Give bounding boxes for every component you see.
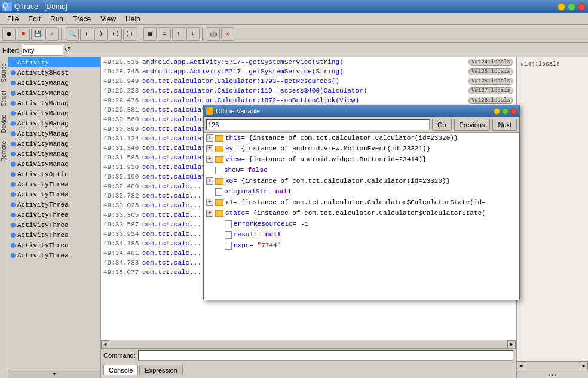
horizontal-scrollbar[interactable]: ◀ ▶ [101, 340, 516, 348]
minimize-button[interactable] [558, 3, 565, 11]
dialog-search-input[interactable] [206, 119, 430, 130]
trace-badge[interactable]: V#126:locals [468, 78, 513, 85]
toolbar-check[interactable]: ✓ [45, 27, 59, 41]
tab-expression[interactable]: Expression [139, 365, 182, 375]
dialog-close[interactable] [510, 108, 517, 115]
right-scroll-track[interactable] [525, 362, 580, 370]
var-expand-icon[interactable]: + [206, 199, 213, 206]
toolbar-export[interactable]: ↑ [172, 27, 185, 41]
trace-row[interactable]: 49:28.949com.tct.calculator.Calculator:1… [101, 76, 516, 86]
right-scroll-right[interactable]: ▶ [580, 362, 588, 370]
var-row[interactable]: originalStr = null [204, 186, 519, 197]
var-row[interactable]: result = null [204, 229, 519, 240]
source-item[interactable]: ActivityManag [8, 98, 100, 108]
var-row[interactable]: +ev = {instance of android.view.MotionEv… [204, 143, 519, 154]
next-button[interactable]: Next [492, 119, 517, 131]
var-row[interactable]: expr = "7744" [204, 240, 519, 251]
menu-trace[interactable]: Trace [68, 15, 96, 23]
menu-help[interactable]: Help [121, 15, 145, 23]
sidebar-tab-source[interactable]: Source [0, 60, 8, 86]
var-row[interactable]: +x1 = {instance of com.tct.calculator.Ca… [204, 197, 519, 208]
toolbar-grid[interactable]: ▦ [143, 27, 157, 41]
close-button[interactable] [578, 3, 586, 11]
source-item[interactable]: ActivityThrea [8, 250, 100, 260]
toolbar-nav1[interactable]: ⟨ [80, 27, 93, 41]
filter-input[interactable] [22, 45, 63, 56]
menu-view[interactable]: View [96, 15, 121, 23]
source-item[interactable]: ActivityManag [8, 139, 100, 149]
right-scroll-left[interactable]: ◀ [517, 362, 525, 370]
maximize-button[interactable] [568, 3, 575, 11]
dialog-minimize[interactable] [494, 108, 500, 115]
var-row[interactable]: +x0 = {instance of com.tct.calculator.Ca… [204, 176, 519, 186]
command-input[interactable] [138, 350, 513, 361]
var-expand-icon[interactable]: + [206, 156, 213, 163]
var-expand-icon[interactable]: + [206, 210, 213, 217]
source-item[interactable]: ActivityThrea [8, 230, 100, 240]
source-item[interactable]: Activity$Host [8, 67, 100, 78]
trace-row[interactable]: 49:29.476com.tct.calculator.Calculator:1… [101, 96, 516, 105]
source-item[interactable]: ActivityManag [8, 88, 100, 98]
scroll-left-btn[interactable]: ◀ [101, 340, 109, 349]
source-item[interactable]: ActivityManag [8, 128, 100, 139]
source-item[interactable]: ActivityThrea [8, 199, 100, 210]
menu-edit[interactable]: Edit [23, 15, 45, 23]
toolbar-search[interactable]: 🔍 [66, 27, 79, 41]
scroll-right-btn[interactable]: ▶ [507, 340, 516, 349]
menu-run[interactable]: Run [45, 15, 68, 23]
trace-row[interactable]: 49:29.223com.tct.calculator.Calculator:1… [101, 86, 516, 96]
toolbar-record[interactable]: ⏺ [2, 27, 16, 41]
filter-refresh-icon[interactable]: ↺ [65, 45, 74, 55]
source-item[interactable]: ActivityThrea [8, 189, 100, 199]
source-item[interactable]: ActivityThrea [8, 240, 100, 250]
toolbar-stop[interactable]: ■ [17, 27, 30, 41]
var-row[interactable]: show = false [204, 165, 519, 176]
dialog-maximize[interactable] [502, 108, 509, 115]
right-h-scrollbar[interactable]: ◀ ▶ [517, 361, 588, 370]
source-item[interactable]: ActivityManag [8, 118, 100, 128]
var-row[interactable]: +state = {instance of com.tct.calculator… [204, 208, 519, 219]
trace-badge[interactable]: V#128:locals [468, 97, 513, 104]
sidebar-tab-remote[interactable]: Remote [0, 137, 8, 165]
previous-button[interactable]: Previous [454, 119, 491, 131]
source-item[interactable]: Activity [8, 57, 100, 67]
source-item[interactable]: ActivityManag [8, 78, 100, 88]
source-item[interactable]: ActivityThrea [8, 220, 100, 230]
source-scroll-down[interactable]: ▼ [8, 370, 100, 378]
scroll-track[interactable] [109, 340, 507, 349]
source-item[interactable]: ActivityThrea [8, 179, 100, 189]
var-row[interactable]: +this = {instance of com.tct.calculator.… [204, 133, 519, 143]
source-item[interactable]: ActivityThrea [8, 210, 100, 220]
source-item[interactable]: ActivityManag [8, 159, 100, 169]
trace-badge[interactable]: V#125:locals [468, 68, 513, 75]
var-row[interactable]: +view = {instance of android.widget.Butt… [204, 154, 519, 165]
offline-variable-dialog[interactable]: Offline Variable Go Previous Next +this … [203, 105, 520, 300]
var-expand-icon[interactable]: + [206, 177, 213, 185]
toolbar-list[interactable]: ≡ [158, 27, 171, 41]
sidebar-tab-device[interactable]: Device [0, 111, 8, 137]
trace-row[interactable]: 49:28.516android.app.Activity:5717--getS… [101, 57, 516, 67]
locals-label: #144:locals [518, 59, 587, 70]
toolbar-nav2[interactable]: ⟩ [94, 27, 108, 41]
ellipsis-btn[interactable]: ... [517, 370, 588, 378]
menu-file[interactable]: File [2, 15, 23, 23]
toolbar-stop2[interactable]: ✕ [221, 27, 234, 41]
var-expand-icon[interactable]: + [206, 134, 213, 142]
trace-badge[interactable]: V#127:locals [468, 87, 513, 94]
toolbar-android[interactable]: 🤖 [207, 27, 220, 41]
trace-row[interactable]: 49:28.745android.app.Activity:5717--getS… [101, 67, 516, 76]
source-item[interactable]: ActivityManag [8, 149, 100, 159]
toolbar-import[interactable]: ↓ [186, 27, 200, 41]
sidebar-tab-struct[interactable]: Struct [0, 87, 8, 110]
go-button[interactable]: Go [432, 119, 452, 131]
dialog-title-text: Offline Variable [216, 107, 494, 115]
source-item[interactable]: ActivityManag [8, 108, 100, 118]
var-row[interactable]: errorResourceId = -1 [204, 219, 519, 229]
tab-console[interactable]: Console [103, 365, 138, 375]
toolbar-nav4[interactable]: ⟩⟩ [123, 27, 136, 41]
source-item[interactable]: ActivityOptio [8, 169, 100, 179]
var-expand-icon[interactable]: + [206, 145, 213, 152]
trace-badge[interactable]: V#124:locals [468, 59, 513, 66]
toolbar-save[interactable]: 💾 [31, 27, 44, 41]
toolbar-nav3[interactable]: ⟨⟨ [109, 27, 122, 41]
